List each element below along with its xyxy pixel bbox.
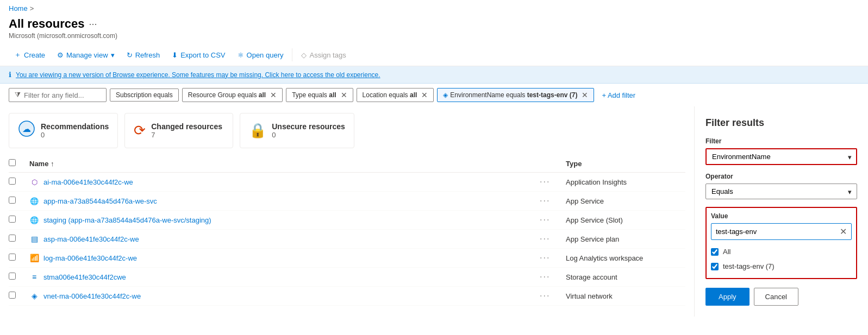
all-checkbox[interactable] (711, 248, 719, 256)
resource-link[interactable]: ⬡ ai-ma-006e41fe30c44f2c-we (29, 177, 535, 187)
apply-button[interactable]: Apply (705, 288, 750, 306)
resource-link[interactable]: 📶 log-ma-006e41fe30c44f2c-we (29, 253, 535, 263)
row-checkbox[interactable] (9, 235, 25, 243)
create-button[interactable]: ＋ Create (9, 47, 51, 62)
info-icon: ℹ (9, 71, 11, 79)
value-section: Value ✕ All test-tags-env (7) (705, 207, 857, 279)
filter-chip-subscription[interactable]: Subscription equals (110, 89, 179, 102)
env-checkbox[interactable] (711, 263, 719, 270)
recommendations-info: Recommendations 0 (41, 122, 109, 139)
row-dots[interactable]: ··· (540, 291, 561, 301)
row-select-checkbox[interactable] (9, 254, 16, 261)
type-column-header[interactable]: Type (566, 160, 685, 168)
row-dots[interactable]: ··· (540, 253, 561, 263)
unsecure-resources-card[interactable]: 🔒 Unsecure resources 0 (240, 113, 354, 148)
resource-name-text: staging (app-ma-a73a8544a45d476a-we-svc/… (43, 216, 211, 224)
recommendations-card[interactable]: ☁ Recommendations 0 (9, 113, 118, 148)
resource-icon: 🌐 (29, 196, 39, 206)
row-dots[interactable]: ··· (540, 272, 561, 282)
value-input[interactable] (716, 227, 840, 236)
row-select-checkbox[interactable] (9, 178, 16, 185)
row-dots[interactable]: ··· (540, 177, 561, 187)
row-checkbox[interactable] (9, 273, 25, 281)
resource-icon: ◈ (29, 291, 39, 301)
download-icon: ⬇ (172, 51, 178, 59)
row-select-checkbox[interactable] (9, 292, 16, 299)
row-checkbox[interactable] (9, 292, 25, 300)
row-more-icon[interactable]: ··· (540, 253, 550, 262)
checkbox-list: All test-tags-env (7) (711, 244, 852, 274)
more-options-icon[interactable]: ··· (89, 18, 97, 30)
chip-close-icon[interactable]: ✕ (421, 91, 428, 99)
row-select-checkbox[interactable] (9, 197, 16, 204)
row-type: App Service plan (566, 235, 685, 243)
filter-icon: ⧩ (15, 91, 21, 99)
open-query-button[interactable]: ⚛ Open query (232, 48, 289, 62)
resource-name-text: asp-ma-006e41fe30c44f2c-we (43, 235, 139, 243)
assign-tags-button[interactable]: ◇ Assign tags (296, 48, 351, 62)
home-link[interactable]: Home (9, 4, 28, 12)
header-checkbox[interactable] (9, 159, 25, 168)
refresh-label: Refresh (135, 51, 160, 59)
row-more-icon[interactable]: ··· (540, 196, 550, 205)
table-row: ▤ asp-ma-006e41fe30c44f2c-we ··· App Ser… (9, 230, 685, 249)
row-more-icon[interactable]: ··· (540, 177, 550, 186)
chip-close-icon[interactable]: ✕ (341, 91, 347, 99)
row-type: App Service (566, 197, 685, 205)
name-column-header[interactable]: Name ↑ (29, 160, 535, 168)
row-select-checkbox[interactable] (9, 216, 16, 223)
main-content: ☁ Recommendations 0 ⟳ Changed resources … (0, 106, 868, 317)
row-dots[interactable]: ··· (540, 215, 561, 225)
cancel-button[interactable]: Cancel (754, 288, 798, 306)
refresh-icon: ↻ (127, 51, 133, 59)
filter-chip-env-name[interactable]: ◈ EnvironmentName equals test-tags-env (… (437, 88, 594, 102)
clear-value-icon[interactable]: ✕ (840, 226, 847, 237)
create-icon: ＋ (14, 50, 21, 60)
row-checkbox[interactable] (9, 178, 25, 186)
recommendations-icon: ☁ (18, 120, 35, 141)
row-checkbox[interactable] (9, 254, 25, 262)
resource-link[interactable]: ◈ vnet-ma-006e41fe30c44f2c-we (29, 291, 535, 301)
filter-chip-location[interactable]: Location equals all ✕ (357, 88, 434, 102)
resource-icon: 📶 (29, 253, 39, 263)
filter-chip-type[interactable]: Type equals all ✕ (286, 88, 353, 102)
select-all-checkbox[interactable] (9, 159, 16, 166)
filter-field-select[interactable]: EnvironmentName (705, 148, 857, 165)
row-name: 🌐 staging (app-ma-a73a8544a45d476a-we-sv… (29, 215, 535, 225)
operator-select[interactable]: Equals (705, 184, 857, 199)
refresh-button[interactable]: ↻ Refresh (121, 48, 166, 62)
row-select-checkbox[interactable] (9, 235, 16, 242)
row-more-icon[interactable]: ··· (540, 234, 550, 243)
resource-link[interactable]: ▤ asp-ma-006e41fe30c44f2c-we (29, 234, 535, 244)
filter-field-section: Filter EnvironmentName (705, 137, 857, 165)
info-bar-link[interactable]: You are viewing a new version of Browse … (16, 71, 380, 79)
filter-text-input[interactable] (24, 91, 95, 99)
resource-link[interactable]: ≡ stma006e41fe30c44f2cwe (29, 272, 535, 282)
row-dots[interactable]: ··· (540, 234, 561, 244)
row-name: ▤ asp-ma-006e41fe30c44f2c-we (29, 234, 535, 244)
row-dots[interactable]: ··· (540, 196, 561, 206)
resource-icon: ⬡ (29, 177, 39, 187)
resource-link[interactable]: 🌐 app-ma-a73a8544a45d476a-we-svc (29, 196, 535, 206)
chip-close-icon[interactable]: ✕ (270, 91, 277, 99)
left-panel: ☁ Recommendations 0 ⟳ Changed resources … (0, 106, 694, 317)
assign-tags-label: Assign tags (309, 51, 346, 59)
export-csv-button[interactable]: ⬇ Export to CSV (166, 48, 230, 62)
manage-view-button[interactable]: ⚙ Manage view ▾ (52, 48, 120, 62)
row-type: Application Insights (566, 178, 685, 186)
row-checkbox[interactable] (9, 197, 25, 205)
operator-section: Operator Equals (705, 173, 857, 199)
chip-close-icon[interactable]: ✕ (582, 91, 588, 99)
row-checkbox[interactable] (9, 216, 25, 224)
row-select-checkbox[interactable] (9, 273, 16, 280)
row-more-icon[interactable]: ··· (540, 215, 550, 224)
filter-chip-resource-group[interactable]: Resource Group equals all ✕ (182, 88, 283, 102)
row-more-icon[interactable]: ··· (540, 272, 550, 281)
table-row: 🌐 staging (app-ma-a73a8544a45d476a-we-sv… (9, 211, 685, 230)
changed-resources-card[interactable]: ⟳ Changed resources 7 (124, 113, 233, 148)
table-row: ◈ vnet-ma-006e41fe30c44f2c-we ··· Virtua… (9, 287, 685, 306)
add-filter-button[interactable]: + Add filter (597, 89, 640, 102)
row-more-icon[interactable]: ··· (540, 291, 550, 300)
resource-link[interactable]: 🌐 staging (app-ma-a73a8544a45d476a-we-sv… (29, 215, 535, 225)
filter-field-input[interactable]: ⧩ (9, 88, 107, 102)
